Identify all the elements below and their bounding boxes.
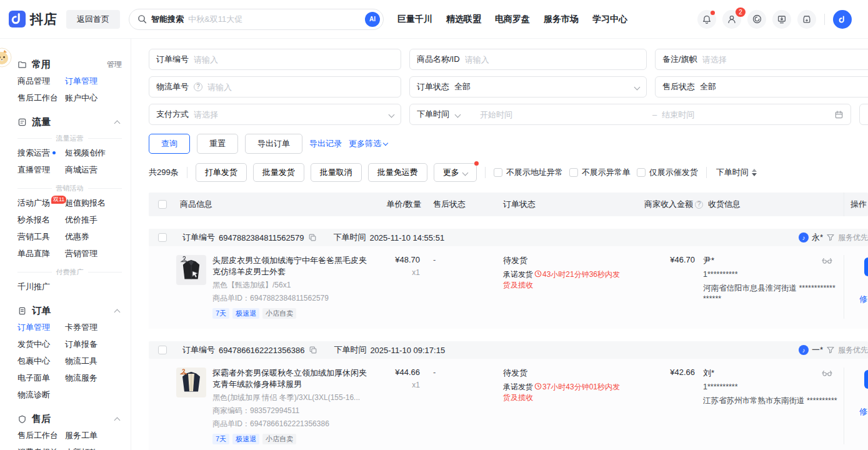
- nav-compass[interactable]: 电商罗盘: [495, 14, 530, 25]
- payment-method-select[interactable]: 支付方式: [149, 104, 401, 125]
- primary-action-button-clipped[interactable]: [864, 258, 868, 276]
- product-name-input[interactable]: [465, 55, 639, 64]
- hide-abnormal-order-checkbox[interactable]: 不展示异常单: [569, 167, 631, 178]
- select-all-checkbox[interactable]: [158, 200, 167, 209]
- sidebar-item-account-center[interactable]: 账户中心: [65, 89, 122, 106]
- sidebar-item-consumer-rights[interactable]: 消费者权益: [17, 444, 65, 450]
- copy-icon[interactable]: [308, 233, 317, 242]
- order-checkbox[interactable]: [158, 233, 167, 242]
- sidebar-item-orders[interactable]: 订单管理: [65, 72, 122, 89]
- help-icon[interactable]: ?: [194, 82, 202, 91]
- sidebar-item-logistics-diagnosis[interactable]: 物流诊断: [17, 386, 65, 403]
- end-time-input[interactable]: [662, 110, 829, 119]
- more-filters-link[interactable]: 更多筛选: [349, 138, 387, 149]
- export-orders-button[interactable]: 导出订单: [245, 134, 302, 154]
- sidebar-item-marketing-tools[interactable]: 营销工具: [17, 228, 65, 245]
- doudian-logo[interactable]: 抖店: [9, 11, 57, 28]
- view-privacy-glasses-icon[interactable]: [822, 258, 832, 264]
- client-download-button[interactable]: [772, 10, 791, 29]
- sidebar-item-search-ops[interactable]: 搜索运营: [17, 144, 65, 161]
- sidebar-item-goods[interactable]: 商品管理: [17, 72, 65, 89]
- sidebar-item-small-payment[interactable]: 小额打款: [65, 444, 122, 450]
- calendar-icon[interactable]: [834, 110, 844, 119]
- sidebar-item-card-coupon[interactable]: 卡券管理: [65, 319, 122, 336]
- tracking-no-input[interactable]: [207, 82, 394, 92]
- remark-flag-input[interactable]: [702, 55, 868, 64]
- info-icon[interactable]: ?: [695, 201, 703, 209]
- payment-method-input[interactable]: [194, 110, 384, 119]
- sidebar-item-order-mgmt[interactable]: 订单管理: [17, 319, 65, 336]
- sidebar-item-aftersale-workbench2[interactable]: 售后工作台: [17, 427, 65, 444]
- mascot-sticker[interactable]: [0, 48, 12, 68]
- collapse-chevron-icon[interactable]: [114, 309, 121, 316]
- section-header-order[interactable]: 订单: [17, 305, 122, 317]
- copy-icon[interactable]: [309, 346, 317, 354]
- primary-action-button-clipped[interactable]: [864, 370, 868, 389]
- product-title[interactable]: 头层皮衣男立领加绒海宁中年爸爸黑毛皮夹克仿绵羊皮男士外套: [212, 255, 371, 278]
- sidebar-item-coupons[interactable]: 优惠券: [65, 228, 122, 245]
- sidebar-item-e-waybill[interactable]: 电子面单: [17, 369, 65, 386]
- sidebar-item-logistics-service[interactable]: 物流服务: [65, 369, 122, 386]
- sidebar-item-service-ticket[interactable]: 服务工单: [65, 427, 122, 444]
- sidebar-item-ship-center[interactable]: 发货中心: [17, 336, 65, 352]
- sidebar-item-price-drop[interactable]: 单品直降: [17, 245, 65, 262]
- export-log-link[interactable]: 导出记录: [309, 138, 342, 149]
- collapse-chevron-icon[interactable]: [114, 121, 121, 127]
- section-header-common[interactable]: 常用 管理: [17, 59, 122, 71]
- helpdesk-button[interactable]: [747, 10, 766, 29]
- notification-bell-button[interactable]: [697, 10, 716, 29]
- only-urged-checkbox[interactable]: 仅展示催发货: [637, 167, 698, 178]
- order-status-select[interactable]: 订单状态 全部: [409, 76, 647, 98]
- ai-search-badge[interactable]: AI: [365, 12, 380, 27]
- buyer-name[interactable]: 永*: [812, 232, 823, 243]
- section-header-traffic[interactable]: 流量: [17, 116, 122, 128]
- product-name-field[interactable]: 商品名称/ID: [409, 49, 647, 70]
- print-ship-button[interactable]: 打单发货: [196, 163, 247, 182]
- batch-free-shipping-button[interactable]: 批量免运费: [368, 163, 427, 182]
- sidebar-item-super-value[interactable]: 超值购报名: [65, 194, 122, 211]
- nav-jingxuan[interactable]: 精选联盟: [446, 14, 481, 25]
- sidebar-item-seckill[interactable]: 秒杀报名: [17, 211, 65, 228]
- view-privacy-glasses-icon[interactable]: [822, 370, 832, 377]
- product-title[interactable]: 探霸者外套男保暖秋冬立领加绒加厚休闲夹克青年绒款修身棒球服男: [212, 368, 371, 390]
- buyer-name[interactable]: 一*: [812, 344, 823, 356]
- query-button[interactable]: 查询: [149, 134, 190, 154]
- aftersale-status-select[interactable]: 售后状态 全部: [655, 76, 868, 98]
- manage-link[interactable]: 管理: [107, 59, 122, 70]
- product-image[interactable]: [176, 368, 206, 398]
- batch-cancel-button[interactable]: 批量取消: [311, 163, 362, 182]
- modify-address-link[interactable]: 修改地址: [859, 406, 868, 418]
- flag-funnel-icon[interactable]: [826, 233, 835, 242]
- tracking-no-field[interactable]: 物流单号 ?: [149, 76, 401, 98]
- more-batch-button[interactable]: 更多: [434, 163, 477, 182]
- shop-button[interactable]: [797, 10, 816, 29]
- remark-flag-field[interactable]: 备注/旗帜: [655, 49, 868, 70]
- collapse-chevron-icon[interactable]: [114, 418, 121, 424]
- batch-ship-button[interactable]: 批量发货: [253, 163, 304, 182]
- product-image[interactable]: [176, 255, 206, 285]
- sidebar-item-aftersale-workbench[interactable]: 售后工作台: [17, 89, 65, 106]
- sidebar-item-price-push[interactable]: 优价推手: [65, 211, 122, 228]
- sidebar-item-live[interactable]: 直播管理: [17, 161, 65, 178]
- sidebar-item-mall-ops[interactable]: 商城运营: [65, 161, 122, 178]
- order-no-field[interactable]: 订单编号: [149, 49, 401, 70]
- sidebar-item-marketing-mgmt[interactable]: 营销管理: [65, 245, 122, 262]
- shop-avatar[interactable]: [833, 10, 852, 29]
- section-header-aftersale[interactable]: 售后: [17, 413, 122, 425]
- smart-search-box[interactable]: 智能搜索 AI: [129, 9, 384, 30]
- sidebar-item-qianchuan-promo[interactable]: 千川推广: [17, 278, 65, 295]
- nav-learning[interactable]: 学习中心: [592, 14, 627, 25]
- nav-qianchuan[interactable]: 巨量千川: [397, 14, 432, 25]
- sidebar-item-short-video[interactable]: 短视频创作: [65, 144, 122, 161]
- sidebar-item-activity-square[interactable]: 活动广场双11: [17, 194, 65, 211]
- reset-button[interactable]: 重置: [197, 134, 238, 154]
- chevron-down-icon[interactable]: [455, 111, 461, 118]
- hide-address-abnormal-checkbox[interactable]: 不展示地址异常: [494, 167, 563, 178]
- order-checkbox[interactable]: [158, 346, 167, 354]
- clipped-filter-field[interactable]: [859, 104, 868, 125]
- sidebar-item-order-report[interactable]: 订单报备: [65, 336, 122, 352]
- flag-funnel-icon[interactable]: [826, 346, 835, 354]
- sort-by-order-time[interactable]: 下单时间: [716, 167, 757, 178]
- back-home-button[interactable]: 返回首页: [66, 10, 120, 29]
- search-input[interactable]: [188, 14, 361, 24]
